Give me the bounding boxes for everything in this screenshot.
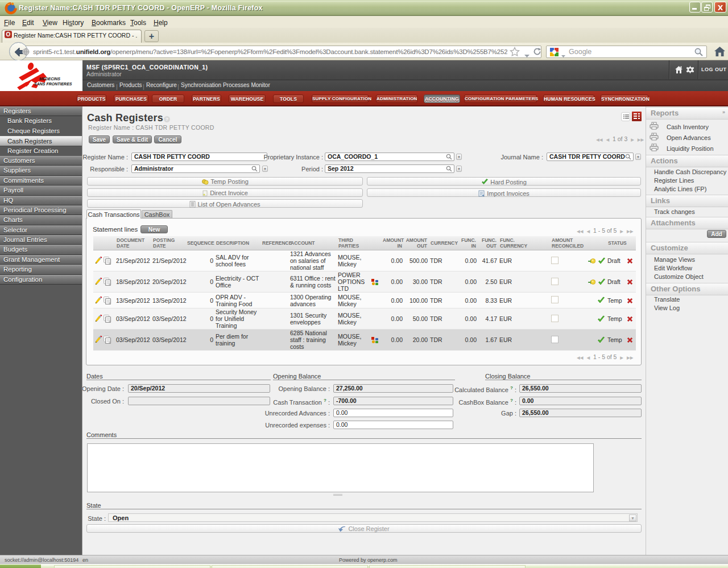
svg-text:SANS FRONTIERES: SANS FRONTIERES	[34, 82, 72, 86]
svg-text:MEDECINS: MEDECINS	[39, 77, 60, 81]
